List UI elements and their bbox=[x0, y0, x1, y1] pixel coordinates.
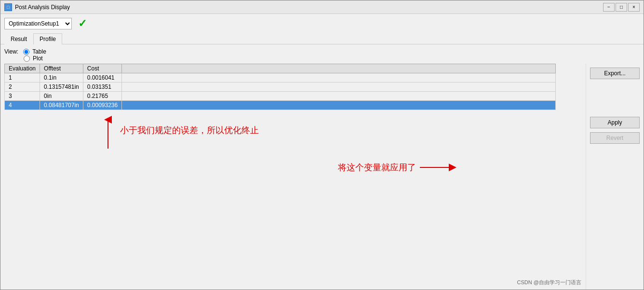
maximize-button[interactable]: □ bbox=[616, 3, 627, 12]
cell-cost-1: 0.0016041 bbox=[83, 73, 121, 83]
data-table: Evaluation Offtest Cost 1 0.1in 0.001604… bbox=[4, 64, 556, 110]
revert-button[interactable]: Revert bbox=[590, 132, 640, 144]
view-options: View: Table Plot bbox=[0, 44, 644, 64]
table-row-selected[interactable]: 4 0.08481707in 0.00093236 bbox=[5, 101, 556, 110]
window-icon: □ bbox=[4, 3, 12, 11]
export-button[interactable]: Export... bbox=[590, 68, 640, 79]
table-area: Evaluation Offtest Cost 1 0.1in 0.001604… bbox=[0, 64, 586, 290]
cell-extra-3 bbox=[122, 92, 556, 101]
arrow-up-icon bbox=[101, 115, 115, 150]
col-header-cost: Cost bbox=[83, 64, 121, 73]
col-header-extra bbox=[122, 64, 556, 73]
close-button[interactable]: × bbox=[628, 3, 640, 12]
main-content: Evaluation Offtest Cost 1 0.1in 0.001604… bbox=[0, 64, 644, 290]
setup-dropdown[interactable]: OptimizationSetup1 bbox=[4, 18, 72, 29]
title-controls: − □ × bbox=[603, 3, 640, 12]
table-row[interactable]: 2 0.13157481in 0.031351 bbox=[5, 83, 556, 92]
view-row-plot: Plot bbox=[24, 55, 640, 62]
apply-check-button[interactable]: ✓ bbox=[76, 17, 89, 30]
checkmark-icon: ✓ bbox=[78, 17, 87, 30]
cell-cost-3: 0.21765 bbox=[83, 92, 121, 101]
annotation-container: 小于我们规定的误差，所以优化终止 bbox=[4, 110, 582, 207]
radio-table-input[interactable] bbox=[23, 49, 29, 55]
cell-offtest-1: 0.1in bbox=[40, 73, 83, 83]
arrow-right-icon bbox=[420, 160, 458, 175]
content-wrapper: Evaluation Offtest Cost 1 0.1in 0.001604… bbox=[0, 64, 586, 290]
cell-extra-4 bbox=[122, 101, 556, 110]
cell-evaluation-2: 2 bbox=[5, 83, 40, 92]
view-row-table: View: Table bbox=[4, 48, 640, 55]
tabs-container: Result Profile bbox=[0, 33, 644, 44]
table-row[interactable]: 1 0.1in 0.0016041 bbox=[5, 73, 556, 83]
cell-offtest-3: 0in bbox=[40, 92, 83, 101]
radio-plot-input[interactable] bbox=[24, 55, 30, 62]
cell-cost-2: 0.031351 bbox=[83, 83, 121, 92]
cell-evaluation-4: 4 bbox=[5, 101, 40, 110]
tab-profile[interactable]: Profile bbox=[33, 33, 62, 44]
tab-result[interactable]: Result bbox=[4, 33, 33, 44]
cell-extra-1 bbox=[122, 73, 556, 83]
cell-cost-4: 0.00093236 bbox=[83, 101, 121, 110]
cell-offtest-4: 0.08481707in bbox=[40, 101, 83, 110]
cell-offtest-2: 0.13157481in bbox=[40, 83, 83, 92]
cell-evaluation-1: 1 bbox=[5, 73, 40, 83]
cell-evaluation-3: 3 bbox=[5, 92, 40, 101]
annotation-text-1: 小于我们规定的误差，所以优化终止 bbox=[120, 124, 259, 136]
apply-button[interactable]: Apply bbox=[590, 117, 640, 128]
table-row[interactable]: 3 0in 0.21765 bbox=[5, 92, 556, 101]
toolbar: OptimizationSetup1 ✓ bbox=[0, 14, 644, 33]
col-header-evaluation: Evaluation bbox=[5, 64, 40, 73]
minimize-button[interactable]: − bbox=[603, 3, 615, 12]
col-header-offtest: Offtest bbox=[40, 64, 83, 73]
main-window: □ Post Analysis Display − □ × Optimizati… bbox=[0, 0, 644, 290]
annotation-text-2: 将这个变量就应用了 bbox=[338, 162, 416, 173]
cell-extra-2 bbox=[122, 83, 556, 92]
watermark: CSDN @自由学习一门语言 bbox=[517, 279, 581, 286]
title-bar-left: □ Post Analysis Display bbox=[4, 3, 70, 11]
annotation-2-container: 将这个变量就应用了 bbox=[338, 160, 458, 175]
view-label: View: bbox=[4, 48, 18, 55]
radio-plot[interactable]: Plot bbox=[24, 55, 43, 62]
title-bar: □ Post Analysis Display − □ × bbox=[0, 0, 644, 14]
sidebar: Export... Apply Revert bbox=[586, 64, 644, 290]
window-title: Post Analysis Display bbox=[15, 4, 70, 11]
radio-table[interactable]: Table bbox=[23, 48, 46, 55]
